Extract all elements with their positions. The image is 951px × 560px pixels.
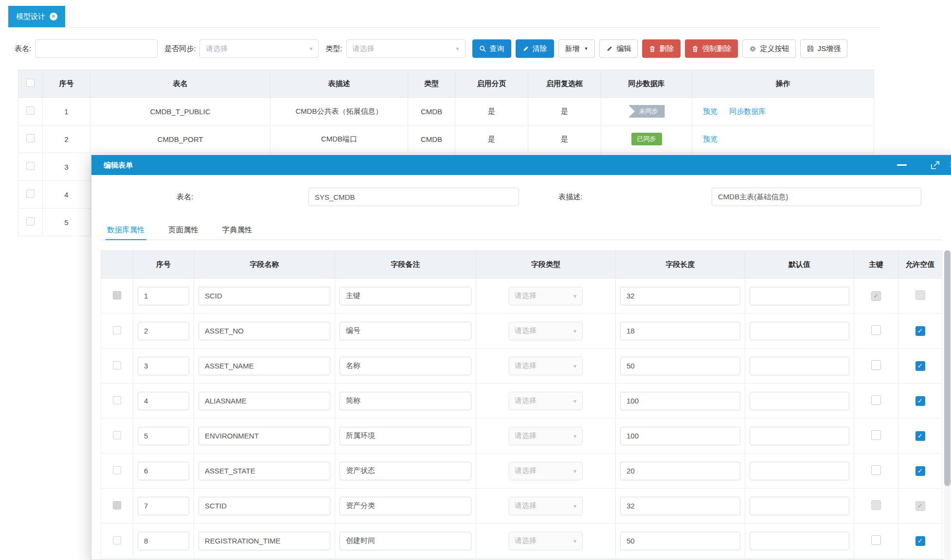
primary-key-checkbox[interactable] xyxy=(871,291,881,301)
sync-db-link[interactable]: 同步数据库 xyxy=(729,107,766,115)
field-name-input[interactable] xyxy=(198,497,330,515)
row-checkbox[interactable] xyxy=(113,291,121,299)
field-seq-input[interactable] xyxy=(138,497,189,515)
row-checkbox[interactable] xyxy=(113,536,121,544)
default-value-input[interactable] xyxy=(750,392,849,410)
field-seq-input[interactable] xyxy=(138,357,189,375)
tab-model-design[interactable]: 模型设计 ✕ xyxy=(8,6,65,27)
field-type-select[interactable]: 请选择 ▼ xyxy=(509,462,583,480)
field-comment-input[interactable] xyxy=(340,532,471,550)
field-comment-input[interactable] xyxy=(340,287,471,305)
field-name-input[interactable] xyxy=(198,532,330,550)
default-value-input[interactable] xyxy=(750,532,849,550)
field-length-input[interactable] xyxy=(620,462,740,480)
field-seq-input[interactable] xyxy=(138,392,189,410)
field-length-input[interactable] xyxy=(620,287,740,305)
field-length-input[interactable] xyxy=(620,322,740,340)
field-comment-input[interactable] xyxy=(340,357,471,375)
select-all-checkbox[interactable] xyxy=(26,79,35,87)
field-type-select[interactable]: 请选择 ▼ xyxy=(509,427,583,445)
field-comment-input[interactable] xyxy=(340,462,471,480)
dialog-table-desc-input[interactable] xyxy=(712,188,921,206)
field-type-select[interactable]: 请选择 ▼ xyxy=(509,497,583,515)
type-filter-select[interactable]: 请选择 ▼ xyxy=(346,39,466,58)
nullable-checkbox[interactable] xyxy=(915,290,925,300)
tab-database-props[interactable]: 数据库属性 xyxy=(106,222,146,240)
default-value-input[interactable] xyxy=(750,462,849,480)
minimize-icon[interactable] xyxy=(897,164,907,166)
primary-key-checkbox[interactable] xyxy=(871,360,881,370)
field-seq-input[interactable] xyxy=(138,462,189,480)
row-checkbox[interactable] xyxy=(113,466,121,474)
sync-filter-select[interactable]: 请选择 ▼ xyxy=(199,39,319,58)
field-name-input[interactable] xyxy=(198,357,330,375)
primary-key-checkbox[interactable] xyxy=(871,465,881,475)
field-type-select[interactable]: 请选择 ▼ xyxy=(509,532,583,550)
nullable-checkbox[interactable] xyxy=(915,326,925,336)
default-value-input[interactable] xyxy=(750,357,849,375)
nullable-checkbox[interactable] xyxy=(915,361,925,371)
field-comment-input[interactable] xyxy=(340,392,471,410)
tab-close-icon[interactable]: ✕ xyxy=(50,13,57,20)
field-length-input[interactable] xyxy=(620,357,740,375)
row-checkbox[interactable] xyxy=(26,134,35,142)
field-length-input[interactable] xyxy=(620,497,740,515)
row-checkbox[interactable] xyxy=(113,396,121,404)
field-name-input[interactable] xyxy=(198,427,330,445)
nullable-checkbox[interactable] xyxy=(915,466,925,476)
field-comment-input[interactable] xyxy=(340,497,471,515)
row-checkbox[interactable] xyxy=(26,217,35,226)
clear-button[interactable]: 清除 xyxy=(516,39,554,58)
field-name-input[interactable] xyxy=(198,287,330,305)
field-type-select[interactable]: 请选择 ▼ xyxy=(509,322,583,340)
primary-key-checkbox[interactable] xyxy=(871,430,881,440)
primary-key-checkbox[interactable] xyxy=(871,325,881,335)
row-checkbox[interactable] xyxy=(26,190,35,198)
row-checkbox[interactable] xyxy=(113,431,121,439)
tab-page-props[interactable]: 页面属性 xyxy=(167,222,200,240)
close-icon[interactable]: ✕ xyxy=(949,160,951,170)
field-name-input[interactable] xyxy=(198,392,330,410)
field-seq-input[interactable] xyxy=(138,427,189,445)
query-button[interactable]: 查询 xyxy=(472,39,511,58)
row-checkbox[interactable] xyxy=(26,162,35,170)
edit-button[interactable]: 编辑 xyxy=(599,39,638,58)
field-length-input[interactable] xyxy=(620,427,740,445)
row-checkbox[interactable] xyxy=(113,501,121,509)
field-comment-input[interactable] xyxy=(340,427,471,445)
field-name-input[interactable] xyxy=(198,322,330,340)
field-seq-input[interactable] xyxy=(138,287,189,305)
primary-key-checkbox[interactable] xyxy=(871,535,881,545)
default-value-input[interactable] xyxy=(750,427,849,445)
row-checkbox[interactable] xyxy=(113,326,121,334)
nullable-checkbox[interactable] xyxy=(915,501,925,511)
primary-key-checkbox[interactable] xyxy=(871,395,881,405)
field-length-input[interactable] xyxy=(620,392,740,410)
scrollbar-thumb[interactable] xyxy=(944,250,951,486)
field-length-input[interactable] xyxy=(620,532,740,550)
primary-key-checkbox[interactable] xyxy=(871,500,881,510)
nullable-checkbox[interactable] xyxy=(915,431,925,441)
field-seq-input[interactable] xyxy=(138,322,189,340)
field-type-select[interactable]: 请选择 ▼ xyxy=(509,287,583,305)
field-seq-input[interactable] xyxy=(138,532,189,550)
field-comment-input[interactable] xyxy=(340,322,471,340)
default-value-input[interactable] xyxy=(750,322,849,340)
add-button[interactable]: 新增 ▼ xyxy=(558,39,595,58)
nullable-checkbox[interactable] xyxy=(915,396,925,406)
field-name-input[interactable] xyxy=(198,462,330,480)
row-checkbox[interactable] xyxy=(113,361,121,369)
js-enhance-button[interactable]: JS增强 xyxy=(800,39,847,58)
row-checkbox[interactable] xyxy=(26,106,35,115)
preview-link[interactable]: 预览 xyxy=(703,135,718,143)
preview-link[interactable]: 预览 xyxy=(703,107,718,115)
force-delete-button[interactable]: 强制删除 xyxy=(685,39,738,58)
table-name-input[interactable] xyxy=(35,39,158,58)
maximize-icon[interactable] xyxy=(931,160,940,170)
tab-dict-props[interactable]: 字典属性 xyxy=(220,222,253,240)
delete-button[interactable]: 删除 xyxy=(642,39,681,58)
field-type-select[interactable]: 请选择 ▼ xyxy=(509,357,583,375)
define-button-button[interactable]: 定义按钮 xyxy=(742,39,796,58)
dialog-table-name-input[interactable] xyxy=(308,188,519,206)
default-value-input[interactable] xyxy=(750,497,849,515)
